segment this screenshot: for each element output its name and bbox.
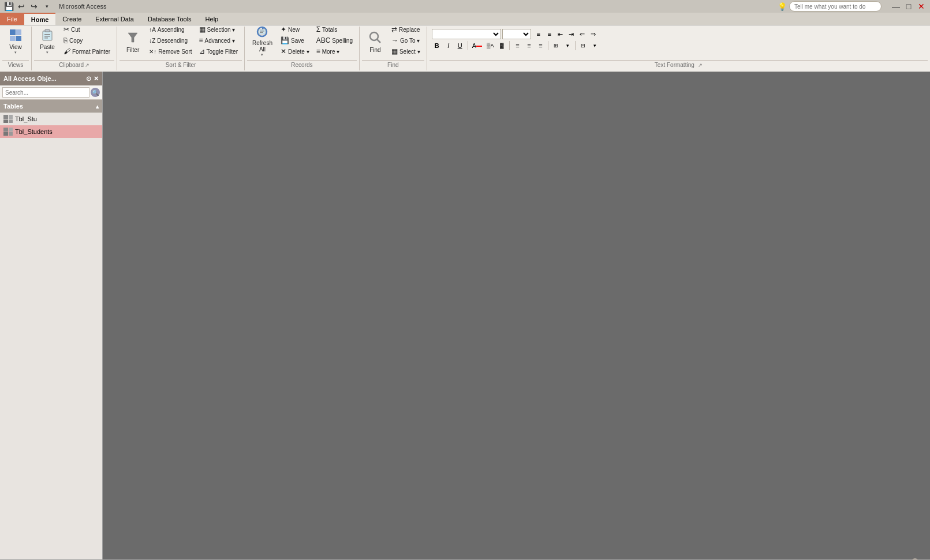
more-records-icon: ≡ [316, 47, 320, 55]
rtl-btn[interactable]: ⇐ [577, 29, 588, 39]
font-name-select[interactable] [432, 29, 501, 39]
advanced-icon: ≡ [199, 36, 203, 44]
datasheet-view-btn[interactable]: ⊞ [551, 40, 561, 51]
delete-label: Delete ▾ [288, 48, 309, 55]
ribbon-group-sort-filter: Filter ↑A Ascending ↓Z Descending ✕↑ Rem… [117, 27, 245, 70]
nav-pane-header: All Access Obje... ⊙ ✕ [0, 72, 102, 85]
indent-decrease-btn[interactable]: ⇤ [555, 29, 566, 39]
spelling-button[interactable]: ABC Spelling [313, 35, 356, 46]
text-fmt-expand-icon[interactable]: ↗ [698, 62, 703, 68]
tables-section-header: Tables ▴ [0, 100, 102, 113]
undo-quick-btn[interactable]: ↩ [16, 1, 27, 12]
nav-pane-configure-icon[interactable]: ⊙ [86, 75, 91, 83]
advanced-label: Advanced ▾ [205, 38, 235, 44]
save-record-icon: 💾 [281, 36, 289, 44]
customize-quick-btn[interactable]: ▾ [42, 1, 52, 12]
cut-button[interactable]: ✂ Cut [61, 24, 83, 35]
italic-button[interactable]: I [443, 40, 454, 51]
delete-record-button[interactable]: ✕ Delete ▾ [278, 46, 312, 57]
svg-rect-2 [10, 36, 16, 41]
tbl-students-label: Tbl_Students [15, 128, 53, 135]
sort-small-btns: ↑A Ascending ↓Z Descending ✕↑ Remove Sor… [146, 24, 195, 57]
records-small-btns: ✦ New 💾 Save ✕ Delete ▾ [278, 24, 312, 57]
align-left-btn[interactable]: ≡ [512, 40, 522, 51]
close-btn[interactable]: ✕ [916, 1, 927, 12]
background-color-btn[interactable]: ▓ [496, 40, 507, 51]
tables-section-collapse-icon[interactable]: ▴ [96, 103, 99, 110]
paste-dropdown-arrow: ▾ [46, 50, 48, 55]
view-button[interactable]: View ▾ [3, 24, 28, 58]
refresh-all-button[interactable]: RefreshAll ▾ [248, 24, 277, 58]
font-size-select[interactable] [502, 29, 531, 39]
clipboard-expand-icon[interactable]: ↗ [85, 62, 89, 68]
selection-icon: ▦ [199, 25, 206, 33]
ribbon-group-records: RefreshAll ▾ ✦ New 💾 Save ✕ Delete ▾ [245, 27, 360, 70]
totals-button[interactable]: Σ Totals [313, 24, 341, 35]
ascending-button[interactable]: ↑A Ascending [146, 24, 187, 35]
text-fmt-row2: B I U A ▒A ▓ ≡ ≡ ≡ ⊞ ▾ ⊟ ▾ [432, 40, 600, 51]
new-record-button[interactable]: ✦ New [278, 24, 302, 35]
descending-icon: ↓Z [149, 38, 155, 44]
text-fmt-row1: ≡ ≡ ⇤ ⇥ ⇐ ⇒ [432, 29, 599, 39]
find-button[interactable]: Find [363, 24, 387, 58]
descending-button[interactable]: ↓Z Descending [146, 35, 191, 46]
spelling-label: Spelling [332, 38, 353, 44]
font-color-btn[interactable]: A [470, 40, 484, 51]
row-height-btn[interactable]: ⊟ [578, 40, 588, 51]
align-center-btn[interactable]: ≡ [524, 40, 534, 51]
underline-button[interactable]: U [455, 40, 465, 51]
toggle-filter-label: Toggle Filter [207, 48, 238, 55]
table-icon-tbl-students [3, 128, 13, 136]
ribbon-group-text-formatting: ≡ ≡ ⇤ ⇥ ⇐ ⇒ B I U A ▒A ▓ ≡ ≡ ≡ [427, 27, 930, 70]
ltr-btn[interactable]: ⇒ [588, 29, 599, 39]
minimize-btn[interactable]: — [891, 1, 901, 12]
more-records-button[interactable]: ≡ More ▾ [313, 46, 343, 57]
app-body: All Access Obje... ⊙ ✕ 🔍 Tables ▴ Tbl_St [0, 72, 930, 559]
align-right-btn[interactable]: ≡ [535, 40, 546, 51]
clipboard-small-btns: ✂ Cut ⎘ Copy 🖌 Format Painter [61, 24, 113, 57]
remove-sort-button[interactable]: ✕↑ Remove Sort [146, 46, 195, 57]
selection-button[interactable]: ▦ Selection ▾ [196, 24, 238, 35]
tell-me-input[interactable] [789, 1, 882, 12]
copy-button[interactable]: ⎘ Copy [61, 35, 85, 46]
svg-point-15 [370, 32, 378, 40]
records-small-btns2: Σ Totals ABC Spelling ≡ More ▾ [313, 24, 356, 57]
nav-search-input[interactable] [2, 87, 89, 98]
save-quick-btn[interactable]: 💾 [3, 1, 14, 12]
replace-icon: ⇄ [391, 25, 397, 33]
bullet-list-btn[interactable]: ≡ [533, 29, 544, 39]
refresh-all-icon [254, 25, 270, 39]
refresh-all-label: RefreshAll [252, 40, 272, 53]
row-height-dropdown-btn[interactable]: ▾ [589, 40, 600, 51]
nav-item-tbl-stu[interactable]: Tbl_Stu [0, 113, 102, 125]
tbl-stu-label: Tbl_Stu [15, 115, 37, 122]
nav-pane-title: All Access Obje... [3, 75, 57, 82]
spelling-icon: ABC [316, 36, 331, 44]
toggle-filter-icon: ⊿ [199, 47, 205, 55]
select-button[interactable]: ▦ Select ▾ [389, 46, 423, 57]
toggle-filter-button[interactable]: ⊿ Toggle Filter [196, 46, 241, 57]
nav-item-tbl-students[interactable]: Tbl_Students [0, 125, 102, 138]
indent-increase-btn[interactable]: ⇥ [566, 29, 577, 39]
numbered-list-btn[interactable]: ≡ [544, 29, 555, 39]
highlight-color-btn[interactable]: ▒A [485, 40, 495, 51]
save-record-button[interactable]: 💾 Save [278, 35, 307, 46]
maximize-btn[interactable]: □ [903, 1, 914, 12]
svg-rect-9 [44, 38, 48, 39]
redo-quick-btn[interactable]: ↪ [29, 1, 39, 12]
svg-rect-6 [45, 29, 50, 32]
datasheet-dropdown-btn[interactable]: ▾ [562, 40, 573, 51]
filter-button[interactable]: Filter [121, 24, 145, 58]
nav-search-icon[interactable]: 🔍 [91, 88, 100, 97]
descending-label: Descending [157, 38, 188, 44]
replace-button[interactable]: ⇄ Replace [389, 24, 423, 35]
find-label: Find [369, 47, 380, 53]
paste-button[interactable]: Paste ▾ [35, 24, 59, 58]
nav-pane-close-icon[interactable]: ✕ [94, 75, 99, 83]
format-painter-button[interactable]: 🖌 Format Painter [61, 46, 113, 57]
advanced-button[interactable]: ≡ Advanced ▾ [196, 35, 238, 46]
copy-label: Copy [69, 38, 83, 44]
paste-icon [39, 27, 55, 43]
bold-button[interactable]: B [432, 40, 442, 51]
goto-button[interactable]: → Go To ▾ [389, 35, 423, 46]
